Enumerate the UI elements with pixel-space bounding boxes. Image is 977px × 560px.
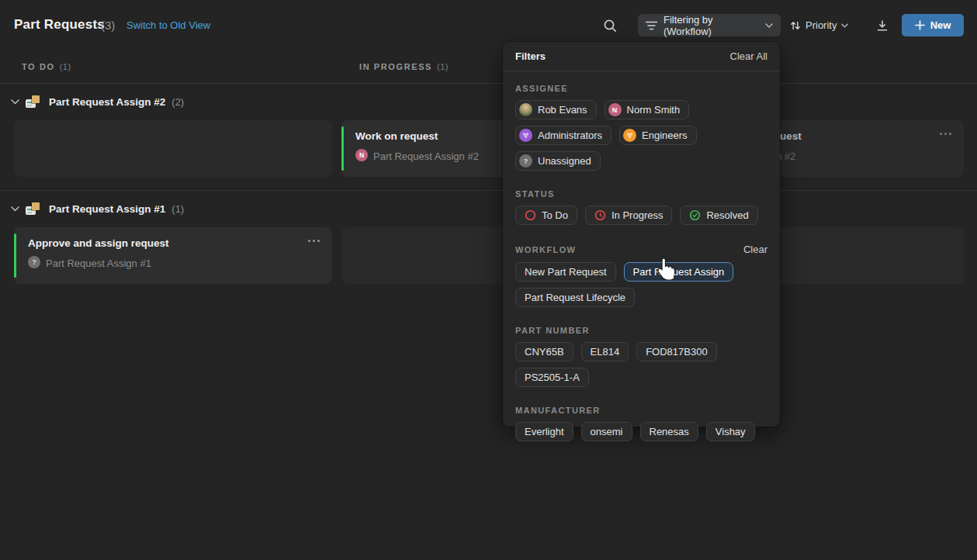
group-header-part-request-assign-1[interactable]: Part Request Assign #1 (1)	[11, 201, 184, 216]
chip-administrators[interactable]: Administrators	[515, 126, 611, 145]
chip-onsemi[interactable]: onsemi	[581, 422, 632, 441]
chip-renesas[interactable]: Renesas	[640, 422, 698, 441]
group-icon	[623, 129, 636, 142]
download-icon	[876, 19, 889, 32]
chip-label: PS2505-1-A	[525, 372, 580, 383]
chip-everlight[interactable]: Everlight	[515, 422, 573, 441]
group-icon	[519, 129, 532, 142]
chip-engineers[interactable]: Engineers	[619, 126, 697, 145]
chip-ps2505-1-a[interactable]: PS2505-1-A	[515, 368, 589, 387]
status-label: STATUS	[515, 189, 555, 199]
avatar: N	[355, 149, 368, 161]
part-number-label: PART NUMBER	[515, 326, 590, 335]
chip-part-request-lifecycle[interactable]: Part Request Lifecycle	[515, 288, 635, 307]
in-progress-clock-icon	[594, 209, 606, 221]
sort-label: Priority	[806, 19, 837, 31]
group-count: (2)	[171, 96, 184, 108]
chip-label: Rob Evans	[538, 104, 587, 116]
column-count: (1)	[437, 62, 449, 71]
avatar: ?	[519, 154, 532, 168]
workflow-chips: New Part Request Part Request Assign Par…	[515, 262, 767, 307]
status-chips: To Do In Progress Resolved	[515, 206, 767, 225]
chip-label: Renesas	[650, 426, 689, 437]
group-title: Part Request Assign #2	[49, 96, 165, 108]
part-requests-app: Part Requests (3) Switch to Old View Fil…	[0, 0, 977, 560]
board-header-divider	[0, 83, 977, 84]
chip-label: Part Request Assign	[633, 266, 725, 278]
filters-panel-body: ASSIGNEE Rob Evans N Norm Smith Administ…	[503, 84, 780, 454]
group-header-part-request-assign-2[interactable]: Part Request Assign #2 (2)	[11, 94, 184, 109]
workflow-clear-link[interactable]: Clear	[743, 244, 767, 255]
chip-label: New Part Request	[525, 266, 607, 278]
card-title-fragment: uest	[780, 130, 802, 142]
chip-label: Norm Smith	[627, 104, 681, 116]
chevron-down-icon	[765, 23, 773, 28]
column-count: (1)	[60, 62, 71, 71]
title-bar: Part Requests (3) Switch to Old View Fil…	[0, 0, 977, 51]
chip-part-request-assign[interactable]: Part Request Assign	[624, 262, 734, 282]
chip-status-in-progress[interactable]: In Progress	[585, 206, 672, 225]
manufacturer-label: MANUFACTURER	[515, 406, 601, 415]
new-button-label: New	[930, 19, 951, 31]
card-menu-icon[interactable]	[940, 133, 951, 135]
chip-label: onsemi	[591, 426, 623, 437]
manufacturer-chips: Everlight onsemi Renesas Vishay	[515, 422, 767, 441]
empty-cell-todo-group2	[14, 120, 332, 177]
chip-el814[interactable]: EL814	[581, 342, 629, 361]
chip-status-todo[interactable]: To Do	[515, 206, 577, 225]
card-title: Approve and assign request	[28, 237, 169, 249]
todo-circle-icon	[525, 209, 536, 221]
plus-icon	[915, 20, 925, 30]
group-divider	[0, 190, 977, 191]
group-count: (1)	[171, 203, 184, 215]
avatar-photo	[519, 103, 532, 116]
page-title: Part Requests	[14, 17, 105, 33]
chip-label: Engineers	[642, 130, 688, 141]
filter-lines-icon	[646, 21, 657, 30]
chevron-down-icon[interactable]	[11, 99, 19, 105]
card-title: Work on request	[355, 130, 438, 142]
sort-priority-control[interactable]: Priority	[790, 14, 848, 36]
chip-label: Vishay	[715, 426, 746, 437]
clear-all-link[interactable]: Clear All	[730, 50, 767, 62]
column-header-in-progress: IN PROGRESS(1)	[359, 62, 449, 71]
filtering-by-workflow-button[interactable]: Filtering by (Workflow)	[638, 14, 781, 36]
filters-title: Filters	[515, 50, 546, 62]
status-section-header: STATUS	[515, 189, 767, 199]
chip-new-part-request[interactable]: New Part Request	[515, 262, 616, 282]
chip-label: EL814	[591, 346, 620, 358]
chip-fod817b300[interactable]: FOD817B300	[636, 342, 717, 361]
assignee-section-header: ASSIGNEE	[515, 84, 767, 93]
switch-to-old-view-link[interactable]: Switch to Old View	[126, 19, 210, 31]
part-number-chips: CNY65B EL814 FOD817B300 PS2505-1-A	[515, 342, 767, 387]
chip-vishay[interactable]: Vishay	[706, 422, 755, 441]
chevron-down-icon[interactable]	[11, 206, 19, 212]
manufacturer-section-header: MANUFACTURER	[515, 406, 767, 415]
chip-label: Unassigned	[538, 155, 591, 167]
card-menu-icon[interactable]	[308, 240, 320, 242]
search-icon	[603, 19, 618, 33]
status-stripe	[341, 126, 344, 171]
workflow-label: WORKFLOW	[515, 245, 576, 254]
column-label: IN PROGRESS	[359, 62, 432, 71]
chip-unassigned[interactable]: ? Unassigned	[515, 151, 601, 171]
sort-arrows-icon	[790, 20, 801, 31]
column-header-todo: TO DO(1)	[22, 62, 71, 71]
chip-rob-evans[interactable]: Rob Evans	[515, 100, 597, 119]
column-label: TO DO	[22, 62, 55, 71]
workflow-section-header: WORKFLOW Clear	[515, 244, 767, 255]
chip-norm-smith[interactable]: N Norm Smith	[605, 100, 690, 119]
assignee-label: ASSIGNEE	[515, 84, 568, 93]
chip-cny65b[interactable]: CNY65B	[515, 342, 573, 361]
card-workflow-label: Part Request Assign #2	[373, 150, 479, 162]
group-title: Part Request Assign #1	[49, 203, 165, 215]
status-stripe	[14, 233, 16, 278]
search-button[interactable]	[600, 16, 620, 36]
page-count: (3)	[101, 19, 115, 32]
avatar: N	[608, 103, 622, 116]
card-approve-and-assign[interactable]: Approve and assign request ? Part Reques…	[14, 227, 332, 284]
new-button[interactable]: New	[902, 14, 964, 36]
chip-status-resolved[interactable]: Resolved	[680, 206, 757, 225]
download-button[interactable]	[872, 16, 892, 36]
assignee-chips: Rob Evans N Norm Smith Administrators	[515, 100, 767, 171]
